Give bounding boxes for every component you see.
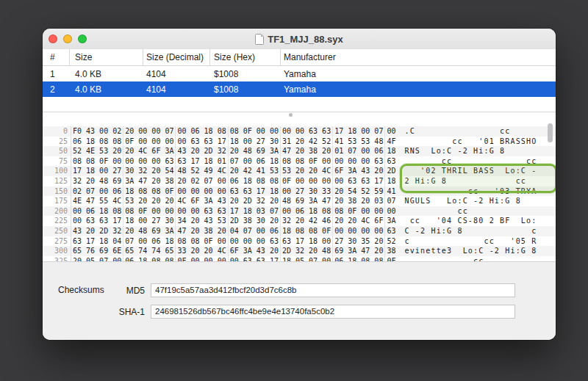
hex-bytes-group: 6F 3A 43 20: [229, 246, 281, 256]
hex-bytes-group: 18 05 07 00: [281, 256, 333, 261]
hex-ascii: cc: [404, 206, 537, 217]
hex-row: 20000 06 18 0808 0F 00 0000 00 63 6317 1…: [43, 206, 556, 217]
hex-bytes-group: 18: [385, 176, 397, 186]
title-bar[interactable]: TF1_MJJ_88.syx: [43, 29, 556, 50]
hex-ascii: C -2 Hi:G 8 c: [404, 226, 537, 236]
hex-bytes-group: 08 0F 00 00: [123, 206, 176, 217]
hex-bytes-group: 20 54 52 59: [333, 186, 385, 197]
hex-bytes-group: 08 08 0F 00: [176, 236, 228, 247]
hex-bytes-group: 07: [385, 196, 397, 206]
hex-bytes-group: 53 20 20 4C: [281, 166, 333, 176]
hex-bytes-group: 0F 00 00 00: [176, 256, 228, 261]
hex-bytes-group: 4C 6F 3A 43: [176, 196, 228, 206]
zoom-button-icon[interactable]: [78, 35, 87, 43]
table-row[interactable]: 14.0 KB4104$1008Yamaha: [43, 66, 556, 81]
hex-offset: 100: [43, 166, 71, 176]
hex-bytes-group: 07 00 06 18: [123, 236, 176, 247]
vertical-scrollbar-thumb[interactable]: [548, 123, 553, 142]
message-table-body: 14.0 KB4104$1008Yamaha24.0 KB4104$1008Ya…: [43, 66, 556, 97]
hex-bytes-group: 34 20 43 53: [176, 216, 228, 226]
hex-bytes-group: 18: [385, 146, 397, 156]
hex-bytes-group: 41 53 53 48: [333, 137, 385, 147]
hex-bytes-group: 20 2D 32 20: [229, 196, 281, 206]
hex-ascii: evinette3 Lo:C -2 Hi:G 8: [404, 246, 537, 256]
hex-bytes-group: 53 20 20 20: [123, 196, 176, 206]
hex-bytes-group: 18 08 08 0F: [123, 186, 176, 197]
hex-bytes-group: 33 20 20 4C: [176, 246, 228, 256]
hex-ascii: RNS Lo:C -2 Hi:G 8: [404, 146, 537, 156]
table-row[interactable]: 24.0 KB4104$1008Yamaha: [43, 81, 556, 97]
hex-bytes-group: 63 17 18 01: [176, 156, 228, 167]
table-cell: 4.0 KB: [70, 69, 143, 79]
hex-bytes-group: 2D: [385, 166, 397, 176]
hex-bytes-group: 65 74 74 65: [123, 246, 176, 256]
hex-bytes-group: 48 69 3A 47: [281, 196, 333, 206]
hex-bytes-group: 0F: [385, 256, 397, 261]
hex-bytes-group: 63 17 18 00: [281, 236, 333, 247]
hex-bytes-group: 47 20 38 20: [281, 146, 333, 156]
hex-ascii: .C cc: [404, 126, 537, 137]
hex-bytes-group: 00 00 00 63: [333, 156, 385, 167]
hex-bytes-group: 17 18 00 07: [333, 126, 385, 137]
hex-bytes-group: 20 20 4C 6F: [333, 216, 385, 226]
hex-bytes-group: 0F 00 00 00: [281, 176, 333, 186]
hex-bytes-group: 4F: [385, 137, 397, 147]
hex-bytes-group: 63 17 18 04: [71, 236, 123, 247]
hex-row: 25043 20 2D 3220 48 69 3A47 20 38 2004 0…: [43, 226, 556, 236]
hex-bytes-group: 00 63 63 17: [176, 137, 228, 147]
hex-bytes-group: 20 38 20 03: [333, 196, 385, 206]
hex-bytes-group: 3A: [385, 216, 397, 226]
hex-bytes-group: 00 63 63 17: [229, 256, 281, 261]
md5-field[interactable]: 47f19c5a57aa3d412fbcf20d3d7c6c8b: [151, 283, 515, 297]
hex-row: 0F0 43 00 0220 00 00 0700 06 18 0808 0F …: [43, 126, 556, 137]
hex-ascii: cc '04 CS-80 2 BF Lo:: [404, 216, 537, 226]
hex-bytes-group: 00 06 18 08: [176, 126, 228, 137]
hex-offset: 250: [43, 226, 71, 236]
hex-bytes-group: 69 3A 47 20: [333, 246, 385, 256]
hex-offset: 175: [43, 196, 71, 206]
hex-offset: 125: [43, 176, 71, 186]
hex-bytes-group: 20 05 07 00: [71, 256, 123, 261]
hex-bytes-group: 20 00 00 07: [123, 126, 176, 137]
hex-bytes-group: 00 06 18 08: [71, 206, 123, 217]
hex-bytes-group: 00 00 00 63: [123, 156, 176, 167]
hex-bytes-group: 01 07 00 06: [333, 146, 385, 156]
hex-bytes-group: 00 00 00 00: [333, 226, 385, 236]
sha1-field[interactable]: 246981526db567bc46ffc4be9e4e13740fa5c0b2: [151, 305, 515, 319]
hex-bytes-group: 20 42 41 53: [229, 166, 281, 176]
hex-row: 1754E 47 55 4C53 20 20 204C 6F 3A 4320 2…: [43, 196, 556, 206]
hex-bytes-group: 17 18 03 07: [229, 206, 281, 217]
hex-bytes-group: 00 63 63 17: [333, 176, 385, 186]
hex-bytes-group: 63: [385, 226, 397, 236]
md5-label: MD5: [43, 286, 145, 296]
checksum-row: SHA-1246981526db567bc46ffc4be9e4e13740fa…: [43, 305, 556, 319]
column-header-1[interactable]: Size: [70, 49, 143, 65]
hex-bytes-group: 20 48 69 3A: [123, 226, 176, 236]
hex-bytes-group: 06 18 08 08: [123, 256, 176, 261]
hex-bytes-group: 04 07 00 06: [229, 226, 281, 236]
hex-dump-panel: 0F0 43 00 0220 00 00 0700 06 18 0808 0F …: [43, 112, 556, 261]
hex-offset: 325: [43, 256, 71, 261]
hex-offset: 150: [43, 186, 71, 197]
scroll-indicator-dot[interactable]: [289, 113, 293, 117]
hex-bytes-group: 08 08 0F 00: [71, 156, 123, 167]
hex-ascii: cc: [404, 256, 537, 261]
column-header-2[interactable]: Size (Decimal): [143, 49, 210, 65]
minimize-button-icon[interactable]: [63, 35, 72, 43]
hex-bytes-group: 52 4E 53 20: [71, 146, 123, 156]
hex-bytes-group: 63 63 17 18: [229, 186, 281, 197]
column-header-0[interactable]: #: [43, 49, 70, 65]
hex-bytes-group: 31 20 42 52: [281, 137, 333, 147]
hex-bytes-group: 32 20 42 46: [281, 216, 333, 226]
column-header-4[interactable]: Manufacturer: [281, 49, 556, 65]
table-cell: Yamaha: [281, 84, 556, 95]
checksum-row: MD547f19c5a57aa3d412fbcf20d3d7c6c8b: [43, 283, 556, 297]
column-header-3[interactable]: Size (Hex): [210, 49, 281, 65]
close-button-icon[interactable]: [49, 35, 57, 43]
window-controls: [49, 35, 87, 43]
hex-bytes-group: 32 20 48 69: [71, 176, 123, 186]
sha1-label: SHA-1: [43, 307, 145, 317]
hex-offset: 200: [43, 206, 71, 217]
hex-row: 32520 05 07 0006 18 08 080F 00 00 0000 6…: [43, 256, 556, 261]
hex-bytes-group: 06 18 08 08: [229, 176, 281, 186]
